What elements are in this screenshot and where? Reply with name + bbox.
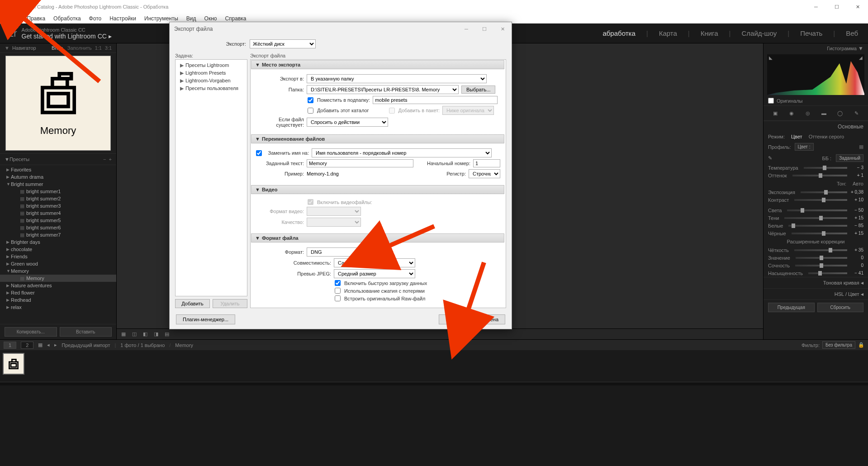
preview-select[interactable]: Средний размер bbox=[334, 269, 415, 278]
contrast-value[interactable]: + 10 bbox=[850, 197, 863, 202]
cancel-button[interactable]: Отмена bbox=[474, 314, 505, 324]
treatment-color[interactable]: Цвет bbox=[791, 134, 802, 139]
menu-file[interactable]: Файл bbox=[2, 14, 23, 23]
menu-settings[interactable]: Настройки bbox=[106, 14, 140, 23]
menu-photo[interactable]: Фото bbox=[85, 14, 105, 23]
histogram-header[interactable]: Гистограмма ▼ bbox=[764, 43, 868, 53]
histogram[interactable]: ◣ ◢ bbox=[767, 54, 864, 95]
navigator-thumbnail[interactable]: Memory bbox=[5, 56, 111, 151]
saturation-value[interactable]: − 41 bbox=[850, 271, 863, 276]
dialog-minimize-icon[interactable]: ─ bbox=[457, 22, 475, 36]
exposure-value[interactable]: + 0,38 bbox=[850, 190, 863, 195]
preset-item-selected[interactable]: ▦Memory bbox=[0, 275, 116, 282]
lossy-checkbox[interactable] bbox=[335, 288, 341, 294]
gradient-tool-icon[interactable]: ▬ bbox=[819, 109, 828, 118]
remove-preset-button[interactable]: Удалить bbox=[213, 299, 247, 308]
dehaze-slider[interactable] bbox=[796, 257, 847, 259]
section-file-format[interactable]: ▼Формат файла bbox=[251, 233, 504, 243]
presets-header[interactable]: ▼Пресеты − + bbox=[0, 153, 116, 165]
preset-folder[interactable]: ▶Nature adventures bbox=[0, 282, 116, 289]
preset-item[interactable]: ▦bright summer2 bbox=[0, 195, 116, 202]
filter-lock-icon[interactable]: 🔒 bbox=[858, 342, 864, 348]
fast-load-checkbox[interactable] bbox=[335, 280, 341, 286]
profile-browser-icon[interactable]: ▦ bbox=[859, 144, 863, 150]
vibrance-slider[interactable] bbox=[795, 265, 847, 266]
grid-view-icon[interactable]: ▤ bbox=[162, 330, 172, 338]
copy-button[interactable]: Копировать... bbox=[5, 327, 57, 337]
clarity-value[interactable]: + 35 bbox=[850, 247, 863, 252]
module-slideshow[interactable]: Слайд-шоу bbox=[737, 29, 782, 37]
plugin-manager-button[interactable]: Плагин-менеджер... bbox=[176, 314, 235, 324]
nav-3-1[interactable]: 3:1 bbox=[105, 45, 112, 51]
page-2[interactable]: 2 bbox=[21, 342, 33, 349]
loupe-view-icon[interactable]: ▦ bbox=[119, 330, 128, 338]
preset-folder[interactable]: ▶Redhead bbox=[0, 296, 116, 304]
profile-select[interactable]: Цвет : bbox=[795, 143, 814, 151]
preset-folder[interactable]: ▶Brighter days bbox=[0, 238, 116, 246]
preset-item[interactable]: ▦bright summer4 bbox=[0, 209, 116, 217]
paste-button[interactable]: Вставить bbox=[60, 327, 112, 337]
preset-folder[interactable]: ▼Memory bbox=[0, 267, 116, 275]
redeye-tool-icon[interactable]: ◎ bbox=[803, 109, 812, 118]
preset-item[interactable]: ▦bright summer7 bbox=[0, 231, 116, 238]
dialog-close-icon[interactable]: ✕ bbox=[493, 22, 512, 36]
preset-folder[interactable]: ▶relax bbox=[0, 304, 116, 311]
contrast-slider[interactable] bbox=[794, 199, 847, 201]
add-catalog-checkbox[interactable] bbox=[308, 108, 313, 114]
compare-view-icon[interactable]: ◫ bbox=[129, 330, 139, 338]
module-web[interactable]: Веб bbox=[841, 29, 863, 37]
originals-checkbox-row[interactable]: Оригиналы bbox=[764, 96, 868, 105]
export-settings-scroll[interactable]: ▼Место экспорта Экспорт в:В указанную па… bbox=[250, 59, 506, 308]
tint-slider[interactable] bbox=[792, 175, 847, 176]
wb-select[interactable]: Заданный bbox=[836, 154, 863, 162]
nav-1-1[interactable]: 1:1 bbox=[95, 45, 102, 51]
dehaze-value[interactable]: 0 bbox=[850, 255, 863, 260]
exposure-slider[interactable] bbox=[801, 191, 847, 193]
radial-tool-icon[interactable]: ◯ bbox=[835, 109, 844, 118]
nav-fit[interactable]: Впис. bbox=[52, 45, 64, 51]
menu-window[interactable]: Окно bbox=[201, 14, 221, 23]
temp-value[interactable]: − 3 bbox=[850, 165, 863, 170]
subfolder-checkbox[interactable] bbox=[308, 97, 313, 103]
temp-slider[interactable] bbox=[804, 167, 847, 169]
blacks-slider[interactable] bbox=[792, 233, 847, 234]
exists-select[interactable]: Спросить о действии bbox=[307, 118, 388, 127]
preset-folder[interactable]: ▶Green wood bbox=[0, 260, 116, 267]
prev-import[interactable]: Предыдущий импорт bbox=[62, 342, 110, 348]
menu-develop[interactable]: Обработка bbox=[50, 14, 85, 23]
custom-text-input[interactable] bbox=[307, 159, 413, 167]
preset-item[interactable]: ▦bright summer3 bbox=[0, 202, 116, 209]
rename-checkbox[interactable] bbox=[256, 150, 262, 156]
export-preset[interactable]: ▶Lightroom Presets bbox=[175, 69, 247, 77]
before-after-split-icon[interactable]: ◨ bbox=[151, 330, 161, 338]
export-to-select[interactable]: В указанную папку bbox=[307, 74, 487, 83]
vibrance-value[interactable]: 0 bbox=[850, 263, 863, 268]
menu-tools[interactable]: Инструменты bbox=[141, 14, 182, 23]
folder-path-select[interactable]: D:\SITE\LR-PRESETS\Пресеты LR-PRESETS\8.… bbox=[307, 85, 459, 94]
preset-folder[interactable]: ▼Bright summer bbox=[0, 181, 116, 188]
section-rename[interactable]: ▼Переименование файлов bbox=[251, 134, 504, 143]
blacks-value[interactable]: + 15 bbox=[850, 231, 863, 236]
whites-value[interactable]: − 85 bbox=[850, 223, 863, 228]
saturation-slider[interactable] bbox=[808, 272, 847, 274]
shadows-slider[interactable] bbox=[784, 217, 847, 219]
add-preset-button[interactable]: Добавить bbox=[175, 299, 210, 308]
module-book[interactable]: Книга bbox=[696, 29, 723, 37]
menu-view[interactable]: Вид bbox=[183, 14, 200, 23]
minimize-button[interactable]: ─ bbox=[806, 0, 826, 14]
format-select[interactable]: DNG bbox=[307, 247, 373, 257]
reset-button[interactable]: Сбросить bbox=[817, 303, 864, 312]
section-location[interactable]: ▼Место экспорта bbox=[251, 60, 504, 69]
export-preset[interactable]: ▶Пресеты пользователя bbox=[175, 85, 247, 92]
maximize-button[interactable]: ☐ bbox=[826, 0, 847, 14]
subfolder-input[interactable] bbox=[373, 96, 498, 104]
module-print[interactable]: Печать bbox=[796, 29, 827, 37]
treatment-bw[interactable]: Оттенки серого bbox=[809, 134, 844, 139]
start-num-input[interactable] bbox=[473, 159, 500, 167]
nav-fwd-icon[interactable]: ▸ bbox=[54, 342, 57, 348]
page-1[interactable]: 1 bbox=[4, 342, 16, 349]
preset-item[interactable]: ▦bright summer6 bbox=[0, 224, 116, 231]
nav-fill[interactable]: Заполнить bbox=[67, 45, 92, 51]
tone-auto[interactable]: Авто bbox=[853, 181, 863, 186]
whites-slider[interactable] bbox=[788, 225, 847, 227]
